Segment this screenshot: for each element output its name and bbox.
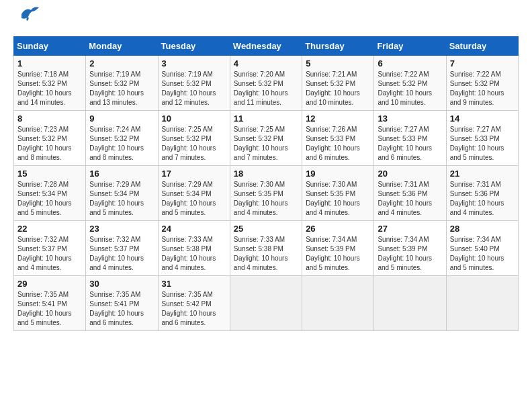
col-friday: Friday [374,37,446,56]
day-info: Sunrise: 7:29 AM Sunset: 5:34 PM Dayligh… [162,180,226,218]
day-number: 14 [450,113,515,124]
col-tuesday: Tuesday [158,37,230,56]
day-number: 20 [378,169,442,179]
table-row: 17Sunrise: 7:29 AM Sunset: 5:34 PM Dayli… [158,166,230,221]
table-row [374,276,446,331]
day-number: 17 [162,169,226,179]
day-number: 12 [306,113,370,124]
table-row: 31Sunrise: 7:35 AM Sunset: 5:42 PM Dayli… [158,276,230,331]
calendar-week-row: 22Sunrise: 7:32 AM Sunset: 5:37 PM Dayli… [14,221,519,276]
table-row: 19Sunrise: 7:30 AM Sunset: 5:35 PM Dayli… [302,166,374,221]
day-info: Sunrise: 7:25 AM Sunset: 5:32 PM Dayligh… [234,125,298,163]
day-info: Sunrise: 7:30 AM Sunset: 5:35 PM Dayligh… [234,180,298,218]
day-number: 19 [306,169,370,179]
day-number: 3 [162,58,226,68]
day-number: 30 [89,279,154,289]
day-info: Sunrise: 7:22 AM Sunset: 5:32 PM Dayligh… [450,70,515,107]
table-row: 14Sunrise: 7:27 AM Sunset: 5:33 PM Dayli… [446,111,518,166]
table-row [230,276,302,331]
calendar-week-row: 8Sunrise: 7:23 AM Sunset: 5:32 PM Daylig… [14,111,519,166]
day-info: Sunrise: 7:34 AM Sunset: 5:39 PM Dayligh… [378,235,442,273]
calendar-week-row: 29Sunrise: 7:35 AM Sunset: 5:41 PM Dayli… [14,276,519,331]
table-row: 27Sunrise: 7:34 AM Sunset: 5:39 PM Dayli… [374,221,446,276]
day-info: Sunrise: 7:19 AM Sunset: 5:32 PM Dayligh… [89,70,154,107]
day-info: Sunrise: 7:25 AM Sunset: 5:32 PM Dayligh… [162,125,226,163]
day-number: 11 [234,113,298,124]
day-number: 31 [162,279,226,289]
day-info: Sunrise: 7:29 AM Sunset: 5:34 PM Dayligh… [89,180,154,218]
calendar-table: Sunday Monday Tuesday Wednesday Thursday… [13,36,519,331]
day-info: Sunrise: 7:22 AM Sunset: 5:32 PM Dayligh… [378,70,442,107]
table-row [302,276,374,331]
table-row [446,276,518,331]
table-row: 18Sunrise: 7:30 AM Sunset: 5:35 PM Dayli… [230,166,302,221]
table-row: 15Sunrise: 7:28 AM Sunset: 5:34 PM Dayli… [14,166,86,221]
calendar-week-row: 1Sunrise: 7:18 AM Sunset: 5:32 PM Daylig… [14,56,519,111]
col-wednesday: Wednesday [230,37,302,56]
calendar-week-row: 15Sunrise: 7:28 AM Sunset: 5:34 PM Dayli… [14,166,519,221]
table-row: 24Sunrise: 7:33 AM Sunset: 5:38 PM Dayli… [158,221,230,276]
day-info: Sunrise: 7:35 AM Sunset: 5:42 PM Dayligh… [162,290,226,328]
day-number: 26 [306,224,370,234]
day-number: 2 [89,58,154,68]
table-row: 5Sunrise: 7:21 AM Sunset: 5:32 PM Daylig… [302,56,374,111]
table-row: 4Sunrise: 7:20 AM Sunset: 5:32 PM Daylig… [230,56,302,111]
day-info: Sunrise: 7:31 AM Sunset: 5:36 PM Dayligh… [450,180,515,218]
table-row: 6Sunrise: 7:22 AM Sunset: 5:32 PM Daylig… [374,56,446,111]
day-info: Sunrise: 7:21 AM Sunset: 5:32 PM Dayligh… [306,70,370,107]
day-info: Sunrise: 7:35 AM Sunset: 5:41 PM Dayligh… [17,290,82,328]
day-info: Sunrise: 7:35 AM Sunset: 5:41 PM Dayligh… [89,290,154,328]
day-number: 5 [306,58,370,68]
day-number: 23 [89,224,154,234]
table-row: 29Sunrise: 7:35 AM Sunset: 5:41 PM Dayli… [14,276,86,331]
day-number: 16 [89,169,154,179]
day-info: Sunrise: 7:19 AM Sunset: 5:32 PM Dayligh… [162,70,226,107]
col-saturday: Saturday [446,37,518,56]
day-number: 13 [378,113,442,124]
day-info: Sunrise: 7:28 AM Sunset: 5:34 PM Dayligh… [17,180,82,218]
col-monday: Monday [86,37,158,56]
table-row: 2Sunrise: 7:19 AM Sunset: 5:32 PM Daylig… [86,56,158,111]
table-row: 11Sunrise: 7:25 AM Sunset: 5:32 PM Dayli… [230,111,302,166]
day-info: Sunrise: 7:18 AM Sunset: 5:32 PM Dayligh… [17,70,82,107]
table-row: 21Sunrise: 7:31 AM Sunset: 5:36 PM Dayli… [446,166,518,221]
logo [13,13,40,30]
table-row: 20Sunrise: 7:31 AM Sunset: 5:36 PM Dayli… [374,166,446,221]
day-info: Sunrise: 7:24 AM Sunset: 5:32 PM Dayligh… [89,125,154,163]
table-row: 16Sunrise: 7:29 AM Sunset: 5:34 PM Dayli… [86,166,158,221]
day-number: 1 [17,58,82,68]
day-number: 10 [162,113,226,124]
day-number: 27 [378,224,442,234]
day-number: 18 [234,169,298,179]
day-info: Sunrise: 7:34 AM Sunset: 5:40 PM Dayligh… [450,235,515,273]
day-number: 9 [89,113,154,124]
table-row: 26Sunrise: 7:34 AM Sunset: 5:39 PM Dayli… [302,221,374,276]
day-number: 25 [234,224,298,234]
day-info: Sunrise: 7:20 AM Sunset: 5:32 PM Dayligh… [234,70,298,107]
col-thursday: Thursday [302,37,374,56]
day-info: Sunrise: 7:23 AM Sunset: 5:32 PM Dayligh… [17,125,82,163]
table-row: 10Sunrise: 7:25 AM Sunset: 5:32 PM Dayli… [158,111,230,166]
table-row: 28Sunrise: 7:34 AM Sunset: 5:40 PM Dayli… [446,221,518,276]
day-info: Sunrise: 7:27 AM Sunset: 5:33 PM Dayligh… [450,125,515,163]
day-number: 21 [450,169,515,179]
table-row: 3Sunrise: 7:19 AM Sunset: 5:32 PM Daylig… [158,56,230,111]
day-number: 29 [17,279,82,289]
day-info: Sunrise: 7:32 AM Sunset: 5:37 PM Dayligh… [17,235,82,273]
day-number: 4 [234,58,298,68]
col-sunday: Sunday [14,37,86,56]
day-info: Sunrise: 7:34 AM Sunset: 5:39 PM Dayligh… [306,235,370,273]
day-number: 8 [17,113,82,124]
day-number: 28 [450,224,515,234]
calendar-header-row: Sunday Monday Tuesday Wednesday Thursday… [14,37,519,56]
table-row: 23Sunrise: 7:32 AM Sunset: 5:37 PM Dayli… [86,221,158,276]
day-info: Sunrise: 7:33 AM Sunset: 5:38 PM Dayligh… [234,235,298,273]
day-number: 22 [17,224,82,234]
day-info: Sunrise: 7:32 AM Sunset: 5:37 PM Dayligh… [89,235,154,273]
table-row: 12Sunrise: 7:26 AM Sunset: 5:33 PM Dayli… [302,111,374,166]
day-number: 7 [450,58,515,68]
day-info: Sunrise: 7:26 AM Sunset: 5:33 PM Dayligh… [306,125,370,163]
page-header [13,13,519,30]
table-row: 30Sunrise: 7:35 AM Sunset: 5:41 PM Dayli… [86,276,158,331]
day-info: Sunrise: 7:27 AM Sunset: 5:33 PM Dayligh… [378,125,442,163]
